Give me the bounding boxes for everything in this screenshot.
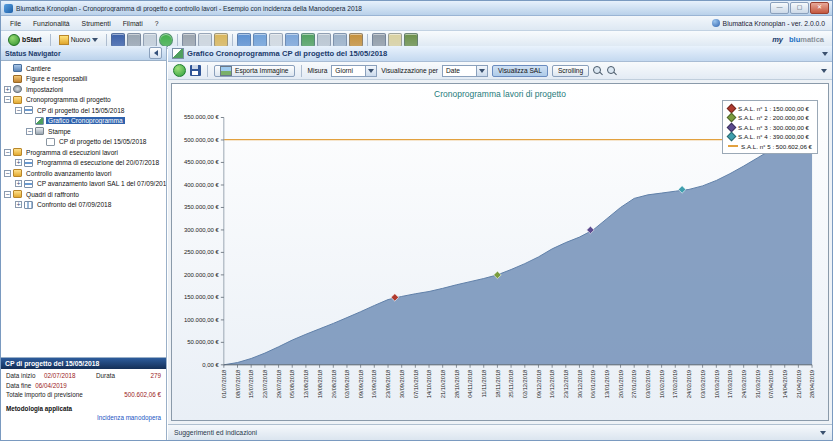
x-tick-label: 05/08/2018 xyxy=(289,370,295,399)
tree-item-label[interactable]: Programma di esecuzioni lavori xyxy=(24,149,120,156)
tree-item[interactable]: +Programma di esecuzione del 20/07/2018 xyxy=(1,158,166,169)
panel-menu-caret-icon[interactable] xyxy=(822,52,828,56)
calendar-icon[interactable] xyxy=(269,33,283,47)
cut-icon[interactable] xyxy=(182,33,196,47)
menu-item-file[interactable]: File xyxy=(4,19,27,28)
chart-icon[interactable] xyxy=(301,33,315,47)
tree-item[interactable]: Grafico Cronoprogramma xyxy=(1,116,166,127)
gantt-icon[interactable] xyxy=(285,33,299,47)
tree-item-label[interactable]: Cronoprogramma di progetto xyxy=(24,96,113,103)
tree-expander-minus-icon[interactable]: − xyxy=(4,96,11,103)
tree-item-label[interactable]: Grafico Cronoprogramma xyxy=(46,117,125,124)
collapse-sidebar-button[interactable] xyxy=(149,47,162,59)
paste-icon[interactable] xyxy=(214,33,228,47)
tree-item[interactable]: −CP di progetto del 15/05/2018 xyxy=(1,105,166,116)
tree-item[interactable]: CP di progetto del 15/05/2018 xyxy=(1,137,166,148)
zoom-out-icon[interactable] xyxy=(607,66,617,76)
close-button[interactable]: ✕ xyxy=(810,2,829,14)
grid-icon[interactable] xyxy=(317,33,331,47)
info-label: Durata xyxy=(96,372,115,379)
x-tick-label: 23/09/2018 xyxy=(385,370,391,399)
menu-item-?[interactable]: ? xyxy=(149,19,165,28)
x-tick-label: 14/10/2018 xyxy=(426,370,432,399)
columns-icon[interactable] xyxy=(333,33,347,47)
x-tick-label: 29/07/2018 xyxy=(276,370,282,399)
tree-item[interactable]: −Programma di esecuzioni lavori xyxy=(1,147,166,158)
view-by-dropdown-button[interactable] xyxy=(476,66,487,76)
menu-item-funzionalit[interactable]: Funzionalità xyxy=(27,19,76,28)
tree-item[interactable]: +Impostazioni xyxy=(1,84,166,95)
x-tick-label: 12/08/2018 xyxy=(303,370,309,399)
suggestion-caret-icon[interactable] xyxy=(820,431,826,435)
table-icon[interactable] xyxy=(237,33,251,47)
measure-dropdown-button[interactable] xyxy=(365,66,376,76)
mail-icon[interactable] xyxy=(388,33,402,47)
menu-item-strumenti[interactable]: Strumenti xyxy=(76,19,117,28)
refresh-icon[interactable] xyxy=(159,33,173,47)
x-tick-label: 16/12/2018 xyxy=(549,370,555,399)
settings-icon[interactable] xyxy=(372,33,386,47)
tree-item-label[interactable]: Figure e responsabili xyxy=(24,75,89,82)
doc-icon xyxy=(46,138,55,146)
tree-expander-minus-icon[interactable]: − xyxy=(4,191,11,198)
gear-icon xyxy=(13,85,22,93)
tree-item[interactable]: Cantiere xyxy=(1,63,166,74)
tree-item-label[interactable]: Stampe xyxy=(46,128,73,135)
menu-item-filmati[interactable]: Filmati xyxy=(117,19,149,28)
export-icon[interactable] xyxy=(404,33,418,47)
tree-item[interactable]: −Cronoprogramma di progetto xyxy=(1,95,166,106)
export-image-button[interactable]: Esporta Immagine xyxy=(214,65,295,77)
print-icon[interactable] xyxy=(127,33,141,47)
x-tick-label: 28/10/2018 xyxy=(454,370,460,399)
tree-expander-minus-icon[interactable]: − xyxy=(26,128,33,135)
tree-expander-plus-icon[interactable]: + xyxy=(4,86,11,93)
tree-item[interactable]: +CP avanzamento lavori SAL 1 del 07/09/2… xyxy=(1,179,166,190)
maximize-button[interactable]: ▢ xyxy=(790,2,809,14)
method-link[interactable]: Incidenza manodopera xyxy=(6,414,161,421)
tree-expander-minus-icon[interactable]: − xyxy=(15,107,22,114)
tree-item-label[interactable]: Impostazioni xyxy=(24,86,65,93)
tree-expander-plus-icon[interactable]: + xyxy=(15,180,22,187)
tree-item-label[interactable]: CP di progetto del 15/05/2018 xyxy=(35,107,127,114)
copy-icon[interactable] xyxy=(198,33,212,47)
measure-select[interactable]: Giorni xyxy=(331,65,377,77)
tree-expander-minus-icon[interactable]: − xyxy=(4,170,11,177)
chart-toolbar-overflow-caret-icon[interactable] xyxy=(821,69,827,73)
table-icon xyxy=(24,201,33,209)
tree-expander-plus-icon[interactable]: + xyxy=(15,201,22,208)
tree-expander-minus-icon[interactable]: − xyxy=(4,149,11,156)
show-sal-button[interactable]: Visualizza SAL xyxy=(492,65,548,77)
tree-item[interactable]: −Controllo avanzamento lavori xyxy=(1,168,166,179)
image-icon xyxy=(220,66,232,76)
tree-item[interactable]: +Confronto del 07/09/2018 xyxy=(1,200,166,211)
tree-item-label[interactable]: Quadri di raffronto xyxy=(24,191,81,198)
legend-label: S.A.L. n° 2 : 200.000,00 € xyxy=(738,114,809,121)
tree-item-label[interactable]: CP avanzamento lavori SAL 1 del 07/09/20… xyxy=(35,180,166,187)
save-icon[interactable] xyxy=(111,33,125,47)
tree-item-label[interactable]: Cantiere xyxy=(24,65,53,72)
print-preview-icon[interactable] xyxy=(143,33,157,47)
save-chart-icon[interactable] xyxy=(190,65,201,76)
tree-item-label[interactable]: Programma di esecuzione del 20/07/2018 xyxy=(35,159,161,166)
table-add-icon[interactable] xyxy=(253,33,267,47)
tree-item[interactable]: −Stampe xyxy=(1,126,166,137)
y-tick-label: 550.000,00 € xyxy=(184,115,220,121)
x-tick-label: 02/12/2018 xyxy=(522,370,528,399)
refresh-chart-icon[interactable] xyxy=(173,64,186,77)
tree-item-label[interactable]: CP di progetto del 15/05/2018 xyxy=(57,138,149,145)
zoom-in-icon[interactable] xyxy=(593,66,603,76)
tree-item-label[interactable]: Controllo avanzamento lavori xyxy=(24,170,113,177)
tree-item[interactable]: Figure e responsabili xyxy=(1,74,166,85)
new-button[interactable]: Nuovo xyxy=(55,34,103,46)
bstart-button[interactable]: bStart xyxy=(4,33,46,47)
tree-item[interactable]: −Quadri di raffronto xyxy=(1,189,166,200)
legend-label: S.A.L. n° 3 : 300.000,00 € xyxy=(738,124,809,131)
bstart-icon xyxy=(8,34,20,46)
minimize-button[interactable]: — xyxy=(770,2,789,14)
status-tree: CantiereFigure e responsabili+Impostazio… xyxy=(1,61,166,357)
tree-item-label[interactable]: Confronto del 07/09/2018 xyxy=(35,201,113,208)
scrolling-button[interactable]: Scrolling xyxy=(552,65,589,77)
view-by-select[interactable]: Date xyxy=(442,65,488,77)
filter-icon[interactable] xyxy=(349,33,363,47)
tree-expander-plus-icon[interactable]: + xyxy=(15,159,22,166)
